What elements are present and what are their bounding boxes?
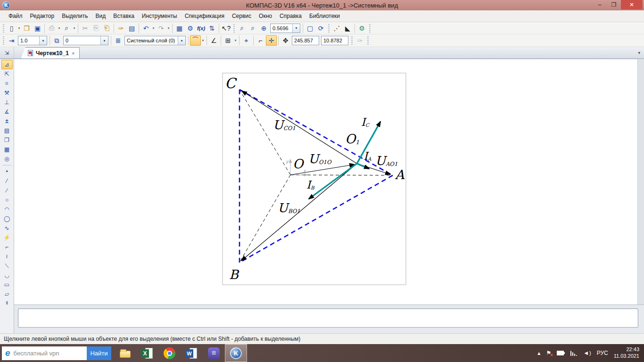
editing-panel-button[interactable]: ⚒ xyxy=(1,88,13,98)
minimize-button[interactable]: – xyxy=(593,0,607,9)
undo-dropdown-icon[interactable]: ▾ xyxy=(151,23,156,33)
renumber-icon[interactable]: ⇅ xyxy=(206,23,217,33)
library-settings-icon[interactable]: ⚙ xyxy=(356,23,367,33)
x-coordinate-field[interactable]: 245.857 xyxy=(292,36,319,45)
cut-icon[interactable]: ✂ xyxy=(80,23,91,33)
bezier-tool[interactable]: ≀ xyxy=(1,252,13,261)
kompas-taskbar-button[interactable] xyxy=(225,344,247,362)
menu-editor[interactable]: Редактор xyxy=(26,11,58,21)
zoom-pan-icon[interactable]: ⌕ xyxy=(248,23,258,33)
auxiliary-line-tool[interactable]: ⁄ xyxy=(1,176,13,186)
grid-dropdown-icon[interactable]: ▾ xyxy=(233,35,238,46)
paste-icon[interactable]: ⎗ xyxy=(101,23,112,33)
print-dropdown-icon[interactable]: ▾ xyxy=(57,23,61,33)
search-button[interactable]: Найти xyxy=(87,346,111,360)
word-taskbar-button[interactable] xyxy=(181,344,203,362)
drawing-canvas[interactable] xyxy=(14,59,637,304)
snap-magnet-icon[interactable]: ⌒ xyxy=(190,35,201,46)
ortho-icon[interactable]: ⌐ xyxy=(255,35,266,46)
menu-insert[interactable]: Вставка xyxy=(109,11,138,21)
print-icon[interactable]: ⎙ xyxy=(46,23,57,33)
copies-combo[interactable]: 0 xyxy=(63,36,108,45)
network-icon[interactable] xyxy=(570,351,578,356)
variables-icon[interactable]: ▦ xyxy=(174,23,185,33)
dimensions-panel-button[interactable]: ⇱ xyxy=(1,69,13,79)
measure-panel-button[interactable]: ∡ xyxy=(1,107,13,116)
rounding-icon[interactable]: ✛ xyxy=(266,35,277,46)
menu-help[interactable]: Справка xyxy=(276,11,305,21)
step-combo[interactable]: 1.0 xyxy=(18,36,47,45)
explorer-taskbar-button[interactable] xyxy=(114,344,136,362)
copy-properties-icon[interactable]: ✑ xyxy=(116,23,126,33)
zoom-area-icon[interactable]: ⌕ xyxy=(237,23,248,33)
local-cs-icon[interactable]: ⌖ xyxy=(241,35,252,46)
zoom-in-out-icon[interactable]: ⊕ xyxy=(258,23,269,33)
menu-select[interactable]: Выделить xyxy=(58,11,91,21)
grid-icon[interactable]: ⊞ xyxy=(223,35,233,46)
snap-points-icon[interactable]: ⋰ xyxy=(331,23,342,33)
chamfer-tool[interactable]: ⟍ xyxy=(1,261,13,271)
reports-panel-button[interactable]: ▦ xyxy=(1,145,13,154)
context-help-icon[interactable]: ↖? xyxy=(221,23,231,33)
zoom-combo[interactable]: 0.5696 xyxy=(270,24,300,33)
tab-drawing10-1[interactable]: Чертеж10_1 × xyxy=(21,47,80,58)
menu-specification[interactable]: Спецификация xyxy=(181,11,228,21)
specification-view-icon[interactable]: ▤ xyxy=(126,23,137,33)
redo-dropdown-icon[interactable]: ▾ xyxy=(166,23,171,33)
menu-libraries[interactable]: Библиотеки xyxy=(305,11,344,21)
chrome-taskbar-button[interactable] xyxy=(158,344,181,362)
redo-icon[interactable]: ↷ xyxy=(156,23,166,33)
selection-panel-button[interactable]: ± xyxy=(1,116,13,126)
ellipse-tool[interactable]: ◯ xyxy=(1,214,13,223)
tray-expand-icon[interactable]: ▴ xyxy=(537,350,540,356)
layers-icon[interactable]: ≣ xyxy=(113,35,124,46)
phantom-icon[interactable]: ✑ xyxy=(355,35,365,46)
coords-icon[interactable]: ✥ xyxy=(280,35,291,46)
copies-icon[interactable]: ⧉ xyxy=(51,35,62,46)
close-button[interactable]: ✕ xyxy=(621,0,643,9)
segment-tool[interactable]: ∕ xyxy=(1,186,13,195)
pan-mini-icon[interactable]: ⇲ xyxy=(0,47,14,58)
cursor-step-icon[interactable]: ⇥ xyxy=(6,35,17,46)
parametrization-panel-button[interactable]: ⊥ xyxy=(1,98,13,107)
rectangle-tool[interactable]: ▭ xyxy=(1,280,13,289)
action-center-icon[interactable]: ⚑ xyxy=(546,350,551,356)
copy-icon[interactable]: ⎘ xyxy=(91,23,101,33)
layer-combo[interactable]: Системный слой (0) xyxy=(124,36,186,45)
save-icon[interactable]: ▣ xyxy=(32,23,43,33)
menu-file[interactable]: Файл xyxy=(5,11,26,21)
polyline-tool[interactable]: ⌐ xyxy=(1,242,13,252)
property-bar-field[interactable] xyxy=(18,308,638,328)
undo-icon[interactable]: ↶ xyxy=(140,23,151,33)
taskbar-search[interactable]: e бесплатный vpn Найти xyxy=(2,346,111,360)
print-preview-icon[interactable]: ⌕ xyxy=(61,23,72,33)
myoffice-taskbar-button[interactable] xyxy=(203,344,225,362)
fillet-tool[interactable]: ◡ xyxy=(1,271,13,280)
smart-line-tool[interactable]: ⚡ xyxy=(1,233,13,242)
specification-panel-button[interactable]: ▤ xyxy=(1,126,13,135)
clock[interactable]: 22:43 11.03.2021 xyxy=(614,346,639,360)
angle-snap-icon[interactable]: ∠ xyxy=(208,35,219,46)
menu-service[interactable]: Сервис xyxy=(228,11,255,21)
show-sheet-icon[interactable]: ▢ xyxy=(305,23,315,33)
designations-panel-button[interactable]: ⌗ xyxy=(1,79,13,88)
excel-taskbar-button[interactable] xyxy=(136,344,158,362)
arc-tool[interactable]: ◠ xyxy=(1,205,13,214)
preview-dropdown-icon[interactable]: ▾ xyxy=(72,23,76,33)
refresh-view-icon[interactable]: ⟳ xyxy=(315,23,326,33)
open-document-icon[interactable]: ❐ xyxy=(21,23,32,33)
contour-tool[interactable]: ▱ xyxy=(1,289,13,299)
new-dropdown-icon[interactable]: ▾ xyxy=(17,23,21,33)
views-panel-button[interactable]: ❐ xyxy=(1,135,13,145)
tab-list-dropdown-icon[interactable]: ▾ xyxy=(638,50,640,55)
fx-icon[interactable]: f(x) xyxy=(196,23,206,33)
circle-tool[interactable]: ○ xyxy=(1,195,13,205)
language-indicator[interactable]: РУС xyxy=(597,350,608,356)
object-properties-icon[interactable]: ⚙ xyxy=(185,23,196,33)
tab-close-icon[interactable]: × xyxy=(72,50,74,56)
point-tool[interactable]: • xyxy=(1,167,13,176)
insert-panel-button[interactable]: ◎ xyxy=(1,154,13,164)
volume-icon[interactable]: ◄ xyxy=(583,350,591,356)
spline-tool[interactable]: ∿ xyxy=(1,223,13,233)
search-input[interactable]: бесплатный vpn xyxy=(14,350,87,357)
